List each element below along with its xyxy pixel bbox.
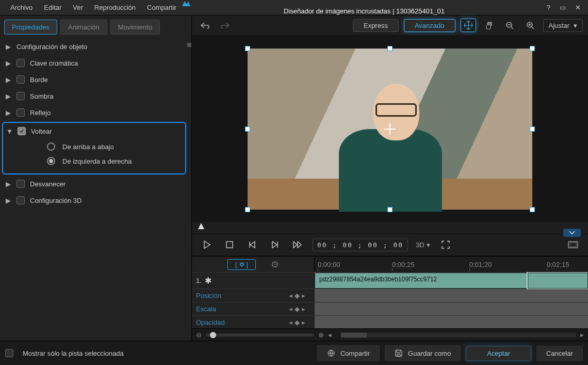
menu-compartir[interactable]: Compartir	[142, 2, 182, 13]
video-clip[interactable]: pdz29887854a24ea9db3beb109f75cc9712	[315, 273, 528, 289]
zoom-slider[interactable]	[206, 334, 314, 337]
keyframe-nav[interactable]	[280, 273, 315, 289]
radio-flip-vertical[interactable]	[47, 142, 55, 151]
save-as-button[interactable]: Guardar como	[385, 345, 461, 361]
section-shadow[interactable]: ▶ Sombra	[2, 88, 186, 104]
resize-handle[interactable]	[245, 46, 250, 51]
stop-icon[interactable]	[222, 238, 237, 251]
timecode-display[interactable]: 00 ; 00 ; 00 ; 00	[313, 239, 408, 251]
menu-archivo[interactable]: Archivo	[5, 2, 38, 13]
show-track-only-label: Mostrar sólo la pista seleccionada	[23, 350, 124, 357]
radio-flip-horizontal[interactable]	[47, 157, 55, 165]
preview-canvas[interactable]	[248, 49, 532, 210]
zoom-out-icon[interactable]	[502, 19, 517, 32]
keyframe-nav-opacity[interactable]: ◂ ◆ ▸	[280, 316, 315, 328]
playback-bar: 00 ; 00 ; 00 ; 00 3D ▾	[192, 233, 588, 256]
fast-forward-icon[interactable]	[290, 238, 305, 251]
fullscreen-icon[interactable]	[438, 238, 453, 251]
maximize-icon[interactable]: ▭	[560, 4, 566, 11]
save-icon	[395, 349, 403, 357]
checkbox-3d[interactable]	[17, 196, 25, 204]
checkbox-show-track-only[interactable]	[5, 349, 13, 357]
transform-tool-icon[interactable]	[461, 19, 476, 32]
flip-horizontal-row[interactable]: De izquierda a derecha	[3, 154, 185, 168]
properties-panel: Propiedades Animación Movimiento ▶ Confi…	[0, 15, 192, 341]
menu-editar[interactable]: Editar	[39, 2, 67, 13]
tab-propiedades[interactable]: Propiedades	[4, 20, 57, 35]
svg-rect-4	[570, 243, 576, 247]
scroll-left-icon[interactable]: ◂	[328, 331, 332, 339]
section-chroma[interactable]: ▶ Clave cromática	[2, 55, 186, 71]
row-opacity[interactable]: Opacidad	[192, 316, 280, 328]
checkbox-chroma[interactable]	[17, 59, 25, 67]
preview-toolbar: Express Avanzado Ajustar ▾	[192, 15, 588, 36]
timeline-ruler[interactable]: 0;00;00 0;00;25 0;01;20 0;02;15 0;03;10 …	[315, 257, 588, 272]
scroll-right-icon[interactable]: ▸	[580, 331, 584, 339]
play-icon[interactable]	[199, 238, 215, 251]
share-button[interactable]: Compartir	[317, 345, 380, 361]
section-flip[interactable]: ▼ Voltear	[3, 123, 185, 139]
safe-zone-icon[interactable]	[565, 238, 581, 251]
section-fade[interactable]: ▶ Desvanecer	[2, 176, 186, 192]
checkbox-border[interactable]	[17, 75, 25, 84]
next-frame-icon[interactable]	[267, 238, 283, 251]
lane-position[interactable]	[315, 289, 588, 302]
tab-animacion[interactable]: Animación	[60, 20, 107, 35]
keyframe-nav-scale[interactable]: ◂ ◆ ▸	[280, 303, 315, 315]
resize-handle[interactable]	[530, 46, 535, 51]
checkbox-reflection[interactable]	[17, 108, 25, 117]
clock-icon[interactable]	[271, 261, 279, 268]
mode-express-button[interactable]: Express	[353, 19, 399, 32]
lane-scale[interactable]	[315, 303, 588, 315]
resize-handle[interactable]	[245, 126, 250, 132]
track-1-lane[interactable]: pdz29887854a24ea9db3beb109f75cc9712	[315, 273, 588, 289]
prev-frame-icon[interactable]	[244, 238, 260, 251]
menu-ver[interactable]: Ver	[68, 2, 88, 13]
redo-icon[interactable]	[218, 19, 233, 32]
timeline-h-scroll[interactable]	[341, 332, 576, 338]
checkbox-flip[interactable]	[18, 127, 26, 135]
section-3d[interactable]: ▶ Configuración 3D	[2, 192, 186, 209]
help-icon[interactable]: ?	[547, 4, 550, 11]
close-icon[interactable]: ✕	[575, 4, 581, 11]
chevron-right-icon: ▶	[5, 92, 11, 100]
expand-panel-button[interactable]	[563, 229, 581, 237]
keyframe-nav-position[interactable]: ◂ ◆ ▸	[280, 289, 315, 302]
track-1-label: 1. ✱	[192, 273, 280, 289]
preview-scrub-slider[interactable]	[197, 222, 583, 233]
menu-reproduccion[interactable]: Reproducción	[89, 2, 141, 13]
video-clip-tail[interactable]	[528, 273, 588, 289]
undo-icon[interactable]	[197, 19, 213, 32]
zoom-in-small-icon[interactable]: ⊕	[318, 331, 324, 339]
chevron-right-icon: ▶	[5, 76, 11, 84]
hand-tool-icon[interactable]	[481, 19, 497, 32]
3d-toggle[interactable]: 3D ▾	[415, 238, 431, 251]
lane-opacity[interactable]	[315, 316, 588, 328]
resize-handle[interactable]	[530, 126, 535, 132]
resize-handle[interactable]	[387, 46, 393, 51]
resize-handle[interactable]	[245, 207, 250, 212]
mode-advanced-button[interactable]: Avanzado	[404, 19, 455, 32]
tab-movimiento[interactable]: Movimiento	[110, 20, 160, 35]
window-title: Diseñador de imágenes incrustadas | 1303…	[182, 0, 547, 15]
adjust-dropdown[interactable]: Ajustar ▾	[543, 19, 583, 32]
cancel-button[interactable]: Cancelar	[536, 346, 583, 361]
row-position[interactable]: Posición	[192, 289, 280, 302]
section-border[interactable]: ▶ Borde	[2, 71, 186, 88]
zoom-out-small-icon[interactable]: ⊖	[196, 331, 202, 339]
app-logo-icon	[182, 0, 191, 7]
scroll-indicator[interactable]	[187, 43, 191, 47]
accept-button[interactable]: Aceptar	[466, 346, 531, 361]
section-object-config[interactable]: ▶ Configuración de objeto	[2, 39, 186, 55]
checkbox-shadow[interactable]	[17, 92, 25, 100]
preview-canvas-area	[192, 36, 588, 222]
resize-handle[interactable]	[387, 207, 393, 212]
zoom-in-icon[interactable]	[522, 19, 538, 32]
flip-vertical-row[interactable]: De arriba a abajo	[3, 139, 185, 154]
section-reflection[interactable]: ▶ Reflejo	[2, 104, 186, 121]
resize-handle[interactable]	[530, 207, 535, 212]
keyframe-mode-badge[interactable]: [ ]	[227, 259, 256, 270]
row-scale[interactable]: Escala	[192, 303, 280, 315]
menu-bar: Archivo Editar Ver Reproducción Comparti…	[0, 2, 182, 13]
checkbox-fade[interactable]	[17, 180, 25, 188]
